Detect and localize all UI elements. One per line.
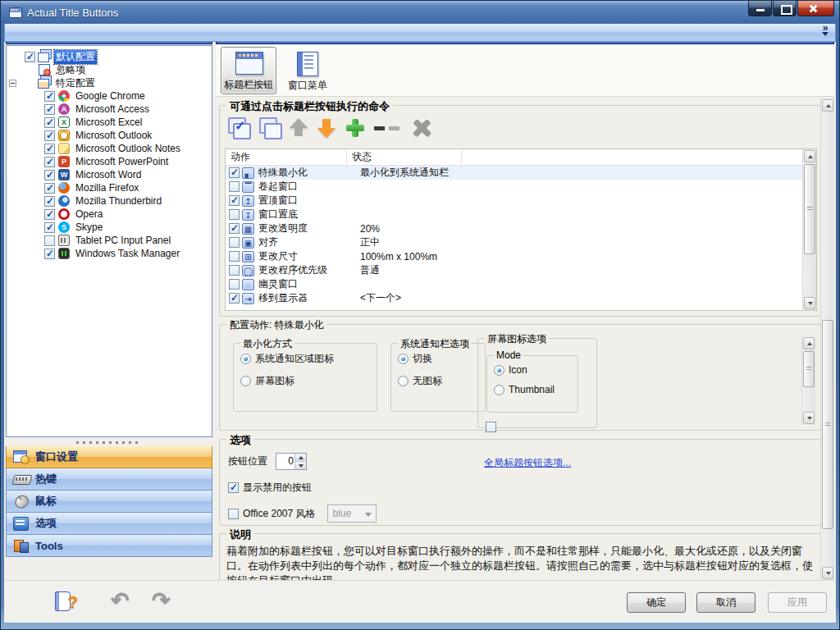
stepper-up-icon[interactable] bbox=[295, 454, 306, 462]
scroll-down-icon[interactable] bbox=[822, 567, 833, 579]
tree-item-checkbox[interactable] bbox=[44, 183, 55, 194]
scroll-up-icon[interactable] bbox=[804, 150, 815, 162]
tree-item[interactable]: Windows Task Manager bbox=[7, 247, 212, 260]
tree-item[interactable]: Opera bbox=[7, 208, 212, 221]
scroll-down-icon[interactable] bbox=[803, 412, 815, 424]
cancel-button[interactable]: 取消 bbox=[696, 592, 756, 613]
undo-icon[interactable]: ↶ bbox=[111, 587, 130, 614]
table-row[interactable]: ◯ 更改程序优先级 普通 bbox=[226, 263, 816, 277]
table-row[interactable]: ↥ 置顶窗口 bbox=[226, 194, 816, 208]
radio-no-icon[interactable]: 无图标 bbox=[398, 374, 485, 388]
nav-item[interactable]: 窗口设置 bbox=[6, 446, 212, 468]
tree-item[interactable]: X Microsoft Excel bbox=[7, 116, 212, 129]
scroll-up-icon[interactable] bbox=[822, 99, 833, 112]
redo-icon[interactable]: ↷ bbox=[152, 587, 171, 614]
scroll-down-icon[interactable] bbox=[804, 297, 815, 309]
tree-item-checkbox[interactable] bbox=[44, 170, 55, 180]
tree-item-checkbox[interactable] bbox=[44, 222, 55, 233]
table-row[interactable]: ⇥ 移到显示器 <下一个> bbox=[226, 291, 816, 305]
tree-item[interactable]: W Microsoft Word bbox=[7, 168, 212, 181]
move-up-icon[interactable] bbox=[289, 116, 308, 139]
content-scrollbar[interactable] bbox=[820, 98, 834, 580]
chevron-down-icon[interactable] bbox=[822, 24, 829, 36]
radio-screen-icon[interactable]: 屏幕图标 bbox=[240, 374, 377, 388]
nav-item[interactable]: 热键 bbox=[6, 468, 212, 491]
sidebar-splitter[interactable] bbox=[6, 438, 212, 446]
radio-toggle[interactable]: 切换 bbox=[398, 352, 485, 366]
title-bar[interactable]: Actual Title Buttons bbox=[1, 1, 839, 24]
office-style-select[interactable]: blue bbox=[327, 504, 377, 523]
tree-item[interactable]: Google Chrome bbox=[7, 89, 212, 103]
nav-item[interactable]: 鼠标 bbox=[6, 491, 212, 513]
tree-item-checkbox[interactable] bbox=[44, 196, 55, 207]
clipped-checkbox[interactable] bbox=[486, 422, 496, 432]
office-style-checkbox[interactable] bbox=[228, 509, 239, 519]
tree-item[interactable]: Microsoft Outlook Notes bbox=[7, 142, 212, 155]
tree-item[interactable]: S Skype bbox=[7, 221, 212, 234]
radio-icon[interactable] bbox=[398, 354, 409, 364]
scroll-up-icon[interactable] bbox=[803, 337, 815, 349]
scrollbar-thumb[interactable] bbox=[803, 351, 815, 387]
global-title-button-options-link[interactable]: 全局标题按钮选项... bbox=[484, 456, 571, 470]
nav-item[interactable]: 选项 bbox=[6, 513, 212, 535]
scrollbar-thumb[interactable] bbox=[822, 320, 833, 529]
nav-collapse-bar[interactable] bbox=[4, 24, 836, 42]
office-style-row[interactable]: Office 2007 风格 blue bbox=[228, 504, 377, 523]
table-scrollbar[interactable] bbox=[802, 149, 816, 310]
radio-icon[interactable] bbox=[494, 365, 504, 376]
table-row[interactable]: ▣ 对齐 正中 bbox=[226, 235, 816, 249]
tree-item-checkbox[interactable] bbox=[44, 209, 55, 220]
radio-icon[interactable] bbox=[398, 376, 409, 386]
table-row[interactable]: ⊞ 更改尺寸 100%m x 100%m bbox=[226, 249, 816, 263]
apply-button[interactable]: 应用 bbox=[768, 592, 827, 613]
close-button[interactable] bbox=[797, 1, 834, 16]
action-checkbox[interactable] bbox=[229, 223, 240, 234]
action-checkbox[interactable] bbox=[229, 251, 240, 262]
maximize-button[interactable] bbox=[773, 1, 797, 16]
tree-item-checkbox[interactable] bbox=[44, 144, 55, 154]
radio-mode-thumbnail[interactable]: Thumbnail bbox=[494, 384, 578, 395]
configure-scrollbar[interactable] bbox=[801, 336, 815, 425]
tree-item-checkbox[interactable] bbox=[25, 52, 35, 62]
tree-item[interactable]: Mozilla Thunderbird bbox=[7, 194, 212, 208]
tree-item-checkbox[interactable] bbox=[44, 130, 55, 141]
action-checkbox[interactable] bbox=[229, 279, 240, 290]
move-down-icon[interactable] bbox=[317, 116, 336, 139]
table-row[interactable]: ↧ 窗口置底 bbox=[226, 208, 816, 221]
minimize-button[interactable] bbox=[748, 1, 772, 16]
tree-item[interactable]: 默认配置 bbox=[7, 50, 212, 63]
tree-item[interactable]: Microsoft Outlook bbox=[7, 129, 212, 142]
copy-commands-icon[interactable] bbox=[258, 117, 281, 139]
tree-item[interactable]: A Microsoft Access bbox=[7, 103, 212, 116]
action-checkbox[interactable] bbox=[229, 195, 240, 206]
tree-item-checkbox[interactable] bbox=[44, 249, 55, 259]
action-checkbox[interactable] bbox=[229, 181, 240, 192]
radio-tray-area-icon[interactable]: 系统通知区域图标 bbox=[240, 352, 377, 366]
nav-item[interactable]: Tools bbox=[6, 535, 212, 557]
tree-item-checkbox[interactable] bbox=[44, 157, 55, 167]
radio-mode-icon[interactable]: Icon bbox=[494, 364, 578, 376]
tab-title-buttons[interactable]: 标题栏按钮 bbox=[221, 47, 276, 94]
tree-item-checkbox[interactable] bbox=[44, 117, 55, 128]
tree-item-checkbox[interactable] bbox=[44, 235, 55, 246]
table-row[interactable]: ▦ 更改透明度 20% bbox=[226, 221, 816, 235]
action-checkbox[interactable] bbox=[229, 209, 240, 220]
stepper-down-icon[interactable] bbox=[295, 462, 306, 470]
help-icon[interactable]: ? bbox=[55, 591, 76, 612]
tab-window-menu[interactable]: 窗口菜单 bbox=[280, 47, 336, 94]
show-disabled-buttons-row[interactable]: 显示禁用的按钮 bbox=[228, 481, 312, 495]
table-row[interactable]: ▔ 卷起窗口 bbox=[226, 180, 816, 194]
tree-item-checkbox[interactable] bbox=[44, 91, 55, 102]
action-checkbox[interactable] bbox=[229, 293, 240, 304]
tree-item-checkbox[interactable] bbox=[44, 104, 55, 115]
tree-expander-minus[interactable] bbox=[9, 80, 16, 87]
ok-button[interactable]: 确定 bbox=[627, 592, 686, 613]
delete-icon[interactable] bbox=[410, 117, 433, 139]
tree-item[interactable]: P Microsoft PowerPoint bbox=[7, 155, 212, 168]
add-icon[interactable] bbox=[345, 117, 366, 139]
action-checkbox[interactable] bbox=[229, 237, 240, 248]
select-commands-icon[interactable]: ✓ bbox=[226, 117, 249, 139]
remove-icon[interactable] bbox=[374, 117, 402, 139]
tree-item[interactable]: 特定配置 bbox=[7, 76, 212, 89]
table-row[interactable]: ▖ 特殊最小化 最小化到系统通知栏 bbox=[226, 166, 816, 180]
